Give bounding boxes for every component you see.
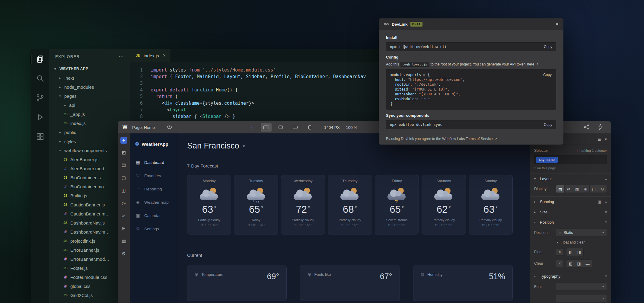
add-icon[interactable]: + (120, 137, 127, 144)
canvas-width-value[interactable]: 1404 PX (324, 125, 340, 129)
page-selector[interactable]: Page: Home (132, 125, 155, 129)
panel-list-icon[interactable]: ≣ (598, 137, 601, 142)
lightning-icon[interactable] (597, 124, 603, 131)
spacing-grid-icon[interactable]: ▣ (598, 199, 601, 204)
breakpoint-landscape-icon[interactable] (290, 123, 301, 132)
display-inline-block-button[interactable]: ▣ (581, 185, 590, 193)
explorer-item[interactable]: JS_app.js (49, 110, 130, 119)
more-actions-icon[interactable]: ⋯ (119, 53, 124, 60)
display-inline-button[interactable]: ▢ (590, 185, 598, 193)
section-spacing[interactable]: ▸ Spacing ▣≡ (530, 196, 611, 207)
file-label: DashboardNav.js (70, 220, 105, 225)
source-control-icon[interactable] (35, 93, 45, 103)
forecast-card[interactable]: Thursday68°Partially cloudyH: 71° L: 55° (328, 175, 372, 234)
close-icon[interactable]: × (555, 21, 559, 27)
sync-command-field[interactable]: npx webflow devlink sync Copy (386, 120, 556, 129)
users-icon[interactable]: ◎ (120, 199, 128, 207)
clipped-select[interactable]: ▾ (556, 294, 607, 302)
font-select[interactable]: ▾ (556, 282, 607, 291)
install-command-field[interactable]: npm i @webflow/webflow-cli Copy (386, 42, 556, 51)
current-tile[interactable]: ◍Humidity51% (413, 265, 513, 301)
zoom-level[interactable]: 100 % (346, 125, 357, 129)
forecast-card[interactable]: Wednesday72°Partially cloudyH: 72° L: 55… (281, 175, 325, 234)
section-size[interactable]: ▸ Size ≡ (530, 207, 611, 217)
section-menu-icon[interactable]: ≡ (604, 177, 607, 181)
nav-item-map[interactable]: ◈Weather map (135, 196, 172, 209)
clear-both-button[interactable]: ▬ (583, 260, 592, 267)
panel-collapse-icon[interactable]: ▾ (605, 137, 607, 142)
selector-field[interactable]: city-name (534, 155, 607, 164)
close-tab-icon[interactable]: × (163, 53, 166, 58)
city-title[interactable]: San Francisco (187, 141, 239, 151)
display-none-button[interactable]: ⊘ (598, 185, 607, 193)
current-tiles: ◉Temperature69°◉Feels like67°◍Humidity51… (187, 265, 513, 301)
copy-config-button[interactable]: Copy (543, 72, 552, 77)
forecast-card[interactable]: Fridayϟ65°Severe stormsH: 71° L: 55° (375, 175, 419, 234)
share-nodes-icon[interactable] (583, 124, 589, 131)
position-select[interactable]: × Static ▾ (556, 228, 607, 237)
code-token: export default (151, 87, 191, 93)
code-token: rootDir (395, 82, 410, 87)
current-tile[interactable]: ◉Temperature69° (187, 265, 287, 301)
breakpoint-mobile-icon[interactable] (304, 123, 315, 132)
run-debug-icon[interactable] (35, 112, 45, 122)
section-menu-icon[interactable]: ≡ (604, 220, 607, 225)
breakpoint-tablet-icon[interactable] (275, 123, 286, 132)
explorer-item[interactable]: ▸node_modules (49, 82, 130, 91)
city-caret-icon[interactable]: ▾ (243, 144, 245, 148)
config-code-block[interactable]: module.exports = { host: "https://api.we… (386, 69, 556, 110)
clear-left-button[interactable]: ◧ (566, 260, 575, 267)
canvas[interactable]: ❂ WeatherApp ▦Dashboard♡Favorites◔Report… (130, 133, 530, 303)
explorer-item[interactable]: ▸api (49, 100, 130, 110)
current-tile[interactable]: ◉Feels like67° (300, 265, 400, 301)
section-menu-icon[interactable]: ≡ (604, 274, 607, 279)
clear-none-button[interactable]: × (556, 260, 564, 267)
float-none-button[interactable]: × (556, 248, 564, 256)
clear-right-button[interactable]: ◨ (575, 260, 583, 267)
copy-sync-button[interactable]: Copy (544, 123, 552, 127)
forecast-card[interactable]: Saturday62°Partially cloudyH: 71° L: 59° (422, 175, 466, 234)
display-block-button[interactable]: ▤ (556, 185, 565, 193)
section-menu-icon[interactable]: ≡ (604, 199, 607, 204)
class-chip[interactable]: city-name (536, 157, 558, 163)
explorer-item[interactable]: ▾WEATHER APP (49, 64, 130, 73)
terms-text[interactable]: By using DevLink you agree to the Webflo… (386, 137, 493, 141)
section-position[interactable]: ▾ Position ≡ (530, 217, 611, 227)
forecast-card[interactable]: Tuesday65°RainyH: 68° L: 47° (234, 175, 278, 234)
forecast-card[interactable]: Sunday63°Partially cloudyH: 71° L: 59° (469, 175, 513, 234)
assets-icon[interactable]: ▦ (120, 237, 128, 245)
preview-eye-icon[interactable] (166, 124, 173, 131)
float-left-button[interactable]: ◧ (566, 248, 575, 256)
section-menu-icon[interactable]: ≡ (604, 210, 607, 214)
more-options-icon[interactable]: ⋮ (249, 124, 254, 130)
explorer-item[interactable]: ▸.next (49, 73, 130, 82)
nav-item-favorites[interactable]: ♡Favorites (135, 169, 172, 182)
cms-icon[interactable]: ◫ (120, 187, 128, 194)
ecommerce-icon[interactable]: ⊞ (120, 225, 128, 232)
nav-item-dashboard[interactable]: ▦Dashboard (135, 156, 172, 169)
search-icon[interactable] (35, 73, 45, 84)
nav-item-settings[interactable]: ⚙Settings (135, 222, 172, 235)
section-layout[interactable]: ▾ Layout ≡ (530, 174, 611, 184)
extensions-icon[interactable] (35, 131, 45, 142)
forecast-card[interactable]: Monday63°Partially cloudyH: 71° L: 59° (187, 175, 231, 234)
settings-icon[interactable]: ⚙ (120, 250, 128, 258)
components-icon[interactable]: ◩ (120, 148, 128, 156)
copy-install-button[interactable]: Copy (544, 45, 552, 49)
inheriting-indicator[interactable]: Inheriting 1 selector (577, 149, 607, 152)
float-right-button[interactable]: ◨ (575, 248, 583, 256)
display-flex-button[interactable]: ⇄ (565, 185, 573, 193)
breakpoint-desktop-icon[interactable] (261, 123, 272, 132)
nav-item-reporting[interactable]: ◔Reporting (135, 182, 172, 196)
nav-item-calendar[interactable]: ▣Calendar (135, 209, 172, 222)
api-token-link[interactable]: here (527, 62, 534, 66)
navigator-icon[interactable]: ▤ (120, 161, 128, 169)
float-clear-toggle[interactable]: ▾ Float and clear (534, 240, 607, 244)
tab-indexjs[interactable]: JS index.js × (130, 49, 171, 62)
link-icon[interactable]: ∞ (120, 212, 128, 220)
section-typography[interactable]: ▾ Typography ≡ (530, 271, 611, 281)
files-icon[interactable] (35, 54, 45, 64)
pages-icon[interactable]: ▢ (120, 174, 128, 182)
explorer-item[interactable]: ▾pages (49, 91, 130, 100)
display-grid-button[interactable]: ▦ (573, 185, 582, 193)
